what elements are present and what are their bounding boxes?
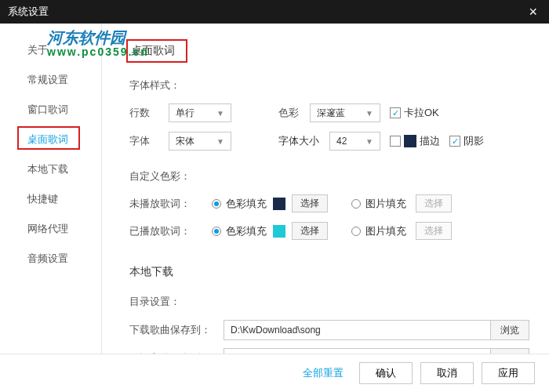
radio-off-icon — [351, 199, 361, 209]
ok-button[interactable]: 确认 — [359, 362, 413, 384]
highlight-box — [17, 126, 80, 150]
song-browse-button[interactable]: 浏览 — [491, 320, 529, 340]
unplayed-label: 未播放歌词： — [129, 197, 212, 211]
shadow-checkbox[interactable]: ✓ 阴影 — [449, 134, 484, 148]
played-image-fill-radio[interactable]: 图片填充 — [351, 224, 406, 238]
sidebar-item-desktop-lyrics[interactable]: 桌面歌词 — [0, 125, 101, 154]
font-size-label: 字体大小 — [278, 134, 329, 148]
close-icon[interactable]: × — [525, 4, 541, 20]
sidebar-item-shortcuts[interactable]: 快捷键 — [0, 184, 101, 214]
apply-button[interactable]: 应用 — [482, 362, 535, 384]
played-color-swatch[interactable] — [273, 225, 285, 238]
sidebar-item-download[interactable]: 本地下载 — [0, 154, 101, 184]
checkbox-icon: ✓ — [390, 107, 401, 118]
outline-color-swatch[interactable] — [404, 135, 416, 147]
song-path-label: 下载歌曲保存到： — [129, 323, 224, 337]
unplayed-color-fill-radio[interactable]: 色彩填充 — [212, 197, 267, 211]
song-path-input[interactable]: D:\KwDownload\song — [224, 320, 491, 340]
font-select[interactable]: 宋体▼ — [169, 132, 231, 151]
color-label: 色彩 — [278, 106, 310, 120]
section-heading-desktop-lyrics: 桌面歌词 — [126, 39, 187, 63]
unplayed-color-swatch[interactable] — [273, 198, 285, 210]
radio-on-icon — [212, 199, 221, 209]
sidebar-item-audio[interactable]: 音频设置 — [0, 244, 101, 274]
font-size-select[interactable]: 42▼ — [329, 132, 380, 151]
played-label: 已播放歌词： — [129, 224, 212, 238]
content-panel: 桌面歌词 字体样式： 行数 单行▼ 色彩 深邃蓝▼ ✓ 卡拉OK 字体 宋体▼ … — [102, 24, 549, 392]
footer: 全部重置 确认 取消 应用 — [0, 354, 549, 392]
radio-off-icon — [351, 227, 361, 236]
section-heading-download: 本地下载 — [129, 265, 529, 279]
titlebar: 系统设置 × — [0, 0, 549, 24]
unplayed-image-choose-button: 选择 — [416, 194, 452, 212]
lines-select[interactable]: 单行▼ — [169, 103, 231, 122]
lines-label: 行数 — [129, 106, 169, 120]
dir-settings-label: 目录设置： — [129, 295, 529, 309]
caret-down-icon: ▼ — [365, 109, 373, 118]
caret-down-icon: ▼ — [365, 137, 373, 146]
window-title: 系统设置 — [8, 5, 49, 19]
sidebar-item-window-lyrics[interactable]: 窗口歌词 — [0, 95, 101, 125]
caret-down-icon: ▼ — [216, 109, 224, 118]
color-select[interactable]: 深邃蓝▼ — [310, 103, 380, 122]
played-color-choose-button[interactable]: 选择 — [292, 222, 328, 240]
font-label: 字体 — [129, 134, 169, 148]
caret-down-icon: ▼ — [216, 137, 224, 146]
checkbox-icon: ✓ — [449, 136, 460, 147]
reset-all-link[interactable]: 全部重置 — [303, 366, 344, 380]
radio-on-icon — [212, 227, 221, 236]
unplayed-image-fill-radio[interactable]: 图片填充 — [351, 197, 406, 211]
played-image-choose-button: 选择 — [416, 222, 452, 240]
unplayed-color-choose-button[interactable]: 选择 — [292, 194, 328, 212]
sidebar-item-about[interactable]: 关于 — [0, 35, 101, 65]
sidebar-item-general[interactable]: 常规设置 — [0, 65, 101, 95]
sidebar-item-proxy[interactable]: 网络代理 — [0, 214, 101, 244]
font-style-label: 字体样式： — [129, 78, 529, 93]
checkbox-icon — [390, 136, 401, 147]
outline-checkbox[interactable]: 描边 — [390, 134, 440, 148]
played-color-fill-radio[interactable]: 色彩填充 — [212, 224, 267, 238]
cancel-button[interactable]: 取消 — [420, 362, 474, 384]
custom-colors-label: 自定义色彩： — [129, 169, 529, 183]
karaoke-checkbox[interactable]: ✓ 卡拉OK — [390, 106, 439, 120]
sidebar: 关于 常规设置 窗口歌词 桌面歌词 本地下载 快捷键 网络代理 音频设置 — [0, 24, 102, 392]
